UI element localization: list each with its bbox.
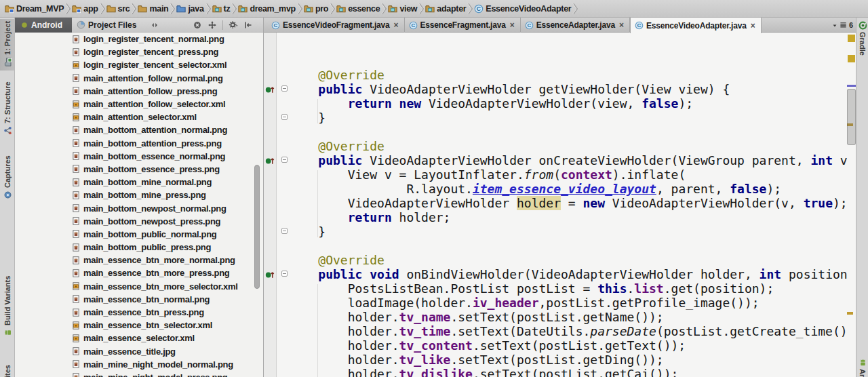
tool-button-favorites[interactable]: Favorites bbox=[0, 357, 15, 377]
fold-end-icon[interactable] bbox=[281, 228, 288, 234]
tree-item[interactable]: main_bottom_essence_normal.png bbox=[15, 150, 263, 163]
image-file-icon bbox=[72, 164, 80, 174]
tool-button-captures[interactable]: Captures bbox=[0, 142, 15, 203]
fold-collapse-icon[interactable] bbox=[281, 271, 288, 277]
image-file-icon bbox=[72, 138, 80, 148]
hidden-tabs-count: 6 bbox=[849, 21, 853, 29]
code-line: View v = LayoutInflater.from(context).in… bbox=[289, 167, 847, 182]
tree-item[interactable]: main_bottom_newpost_normal.png bbox=[15, 201, 263, 214]
editor-area: CEssenceVideoFragment.java×CEssenceFragm… bbox=[264, 18, 856, 377]
tree-item[interactable]: login_register_tencent_press.png bbox=[15, 45, 263, 58]
project-tool-window: AndroidProject Files login_register_tenc… bbox=[15, 18, 264, 377]
tree-item[interactable]: login_register_tencent_normal.png bbox=[15, 33, 263, 45]
tree-item[interactable]: main_essence_btn_more_press.png bbox=[15, 266, 263, 279]
overrides-method-icon[interactable] bbox=[265, 85, 275, 93]
tree-item[interactable]: main_essence_selector.xml bbox=[15, 332, 263, 344]
warning-stripe-mark[interactable] bbox=[847, 312, 853, 315]
settings-gear-icon[interactable] bbox=[229, 20, 238, 31]
breadcrumb-item-essencevideoadapter[interactable]: CEssenceVideoAdapter bbox=[474, 0, 571, 18]
editor-scrollbar-thumb[interactable] bbox=[847, 89, 856, 145]
breadcrumb-label: src bbox=[118, 4, 130, 14]
warning-stripe-mark[interactable] bbox=[848, 55, 855, 62]
tree-item-label: main_essence_btn_press.png bbox=[83, 307, 204, 317]
code-text[interactable]: @Override public VideoAdapterViewHolder … bbox=[289, 33, 847, 377]
tree-item[interactable]: main_bottom_mine_normal.png bbox=[15, 176, 263, 188]
editor-tab-essenceadapter-java[interactable]: CEssenceAdapter.java× bbox=[521, 18, 630, 33]
code-line: @Override bbox=[289, 139, 847, 153]
image-file-icon bbox=[72, 125, 80, 135]
breadcrumb-item-src[interactable]: src bbox=[106, 0, 130, 18]
tree-item[interactable]: main_mine_night_model_normal.png bbox=[15, 358, 263, 371]
overrides-method-icon[interactable] bbox=[265, 156, 275, 164]
image-file-icon bbox=[72, 191, 80, 200]
tree-item[interactable]: main_bottom_public_press.png bbox=[15, 241, 263, 254]
overrides-method-icon[interactable] bbox=[265, 270, 275, 278]
tree-item[interactable]: main_essence_btn_normal.png bbox=[15, 293, 263, 306]
warning-stripe-mark[interactable] bbox=[848, 35, 855, 42]
tree-item[interactable]: main_bottom_public_normal.png bbox=[15, 228, 263, 241]
gradle-icon bbox=[859, 21, 867, 30]
editor-tab-essencevideoadapter-java[interactable]: CEssenceVideoAdapter.java× bbox=[630, 18, 762, 33]
tool-button-android-model[interactable]: Android Model bbox=[856, 358, 868, 377]
breadcrumb-item-app[interactable]: app bbox=[72, 0, 98, 18]
breadcrumb-item-main[interactable]: main bbox=[138, 0, 168, 18]
breadcrumb-item-java[interactable]: java bbox=[176, 0, 203, 18]
tool-button-build-variants[interactable]: Build Variants bbox=[0, 271, 15, 341]
switch-view-icon[interactable] bbox=[150, 20, 159, 31]
breadcrumb-item-dream_mvp[interactable]: dream_mvp bbox=[238, 0, 295, 18]
breadcrumb-chevron-icon bbox=[330, 0, 336, 18]
close-tab-icon[interactable]: × bbox=[394, 22, 399, 28]
breadcrumb-item-essence[interactable]: essence bbox=[336, 0, 380, 18]
tab-menu-icon bbox=[840, 19, 847, 31]
breadcrumb-item-view[interactable]: view bbox=[388, 0, 417, 18]
project-view-selector[interactable]: Android bbox=[15, 18, 72, 33]
tree-item[interactable]: main_attention_follow_press.png bbox=[15, 85, 263, 98]
tool-button-label: Gradle bbox=[859, 32, 867, 56]
close-tab-icon[interactable]: × bbox=[510, 22, 515, 28]
tree-item[interactable]: main_attention_selector.xml bbox=[15, 111, 263, 123]
tree-item[interactable]: main_essence_btn_press.png bbox=[15, 306, 263, 319]
code-editor[interactable]: @Override public VideoAdapterViewHolder … bbox=[264, 33, 856, 377]
code-line: loadImage(holder.iv_header,postList.getP… bbox=[289, 296, 847, 310]
tool-button--project[interactable]: 1: Project bbox=[0, 19, 15, 71]
tool-button-gradle[interactable]: Gradle bbox=[856, 21, 868, 56]
close-tab-icon[interactable]: × bbox=[619, 22, 624, 28]
tree-item[interactable]: main_attention_follow_normal.png bbox=[15, 72, 263, 85]
tree-item[interactable]: main_bottom_attention_normal.png bbox=[15, 123, 263, 136]
locate-icon[interactable] bbox=[208, 20, 217, 31]
breadcrumb-item-pro[interactable]: pro bbox=[304, 0, 328, 18]
fold-end-icon[interactable] bbox=[281, 114, 288, 120]
tree-item[interactable]: main_bottom_attention_press.png bbox=[15, 137, 263, 150]
editor-error-stripe[interactable] bbox=[847, 33, 856, 377]
tree-item[interactable]: main_essence_btn_more_selector.xml bbox=[15, 280, 263, 293]
fold-collapse-icon[interactable] bbox=[281, 85, 288, 92]
caret-stripe-mark[interactable] bbox=[847, 85, 856, 87]
breadcrumb-item-adapter[interactable]: adapter bbox=[425, 0, 466, 18]
editor-tab-essencefragment-java[interactable]: CEssenceFragment.java× bbox=[405, 18, 521, 33]
close-tab-icon[interactable]: × bbox=[751, 22, 755, 29]
breadcrumb-item-dream_mvp[interactable]: Dream_MVP bbox=[5, 0, 64, 18]
close-icon[interactable] bbox=[193, 20, 202, 31]
tree-item[interactable]: main_bottom_essence_press.png bbox=[15, 163, 263, 176]
editor-tab-essencevideofragment-java[interactable]: CEssenceVideoFragment.java× bbox=[267, 18, 405, 33]
tool-button--structure[interactable]: 7: Structure bbox=[0, 75, 15, 139]
tree-item[interactable]: login_register_tencent_selector.xml bbox=[15, 58, 263, 71]
tree-item[interactable]: main_essence_btn_selector.xml bbox=[15, 319, 263, 332]
hide-panel-icon[interactable] bbox=[243, 20, 253, 31]
breadcrumb-item-tz[interactable]: tz bbox=[212, 0, 231, 18]
hidden-tabs-widget[interactable]: 6 bbox=[832, 18, 853, 33]
tree-scrollbar-thumb[interactable] bbox=[254, 165, 260, 289]
tree-item[interactable]: main_bottom_newpost_press.png bbox=[15, 215, 263, 228]
project-files-view[interactable]: Project Files bbox=[72, 20, 136, 30]
android-icon bbox=[859, 358, 867, 367]
tree-item[interactable]: main_essence_title.jpg bbox=[15, 345, 263, 358]
fold-collapse-icon[interactable] bbox=[281, 157, 288, 163]
tree-item[interactable]: main_mine_night_model_press.png bbox=[15, 371, 263, 377]
breadcrumb-chevron-icon bbox=[572, 0, 578, 18]
svg-text:C: C bbox=[527, 22, 531, 28]
tree-item-label: main_essence_btn_more_press.png bbox=[83, 268, 229, 278]
tree-item[interactable]: main_essence_btn_more_normal.png bbox=[15, 254, 263, 266]
tree-item[interactable]: main_bottom_mine_press.png bbox=[15, 188, 263, 201]
tree-item[interactable]: main_attention_follow_selector.xml bbox=[15, 98, 263, 111]
project-view-selected-label: Android bbox=[31, 20, 62, 30]
